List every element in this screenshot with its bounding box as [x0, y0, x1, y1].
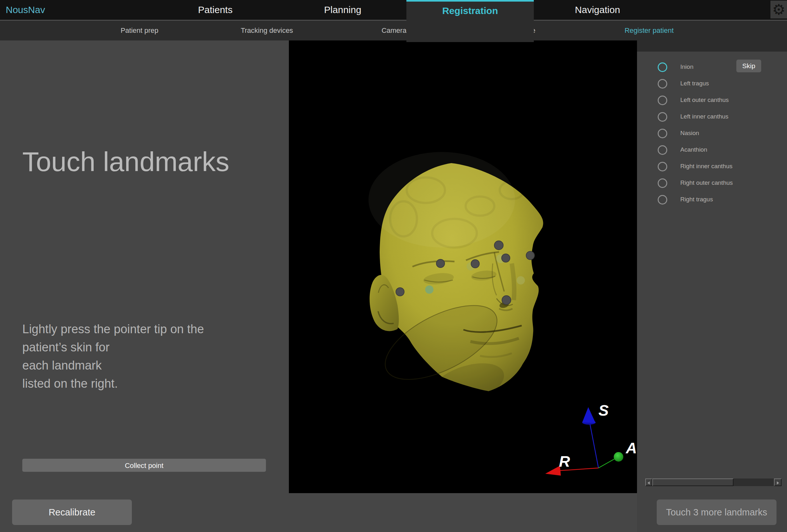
- axis-label-anterior: A: [625, 440, 637, 456]
- orientation-axes: S A R: [545, 402, 637, 475]
- scroll-left-icon: [647, 481, 650, 485]
- right-axis-arrow: [545, 466, 561, 475]
- nousnav-window: NousNav Patients Planning Registration N…: [0, 0, 787, 532]
- touched-landmark: [526, 251, 534, 260]
- scrollbar-thumb[interactable]: [652, 478, 733, 486]
- landmark-label: Left outer canthus: [680, 97, 729, 104]
- landmark-radio[interactable]: [658, 178, 667, 188]
- touched-landmark: [494, 241, 503, 250]
- step-patient-prep[interactable]: Patient prep: [76, 21, 203, 40]
- app-logo: NousNav: [6, 0, 45, 20]
- landmark-label: Right outer canthus: [680, 179, 733, 186]
- gear-icon: ⚙: [772, 1, 785, 18]
- step-register-patient[interactable]: Register patient: [586, 21, 713, 40]
- landmark-label: Right inner canthus: [680, 163, 732, 170]
- scrollbar-right-button[interactable]: [774, 478, 782, 486]
- anterior-axis-cone: [614, 452, 623, 462]
- touched-landmark: [436, 259, 445, 268]
- model-landmark-green: [425, 285, 433, 294]
- tab-patients[interactable]: Patients: [152, 0, 279, 20]
- landmark-radio[interactable]: [658, 79, 667, 89]
- settings-button[interactable]: ⚙: [770, 1, 787, 19]
- landmark-radio[interactable]: [658, 62, 667, 72]
- touch-more-landmarks-button[interactable]: Touch 3 more landmarks: [657, 499, 777, 525]
- landmark-radio[interactable]: [658, 112, 667, 122]
- landmark-row[interactable]: Left tragus: [658, 79, 763, 89]
- landmark-row[interactable]: Right outer canthus: [658, 178, 763, 189]
- instructions-text: Lightly press the pointer tip on the pat…: [22, 320, 264, 393]
- model-landmark-faint: [517, 276, 525, 284]
- skip-button[interactable]: Skip: [736, 60, 761, 72]
- landmark-row[interactable]: Left outer canthus: [658, 95, 763, 106]
- head-model: [368, 152, 543, 414]
- landmark-radio[interactable]: [658, 162, 667, 171]
- registration-step-bar: Patient prep Tracking devices Camera Cal…: [0, 21, 787, 40]
- landmark-label: Left tragus: [680, 80, 709, 87]
- scrollbar-left-button[interactable]: [645, 478, 652, 486]
- landmark-radio[interactable]: [658, 195, 667, 205]
- 3d-viewport[interactable]: S A R: [289, 40, 637, 493]
- landmark-row[interactable]: Right tragus: [658, 195, 763, 205]
- scroll-right-icon: [777, 481, 779, 485]
- viewport-hscrollbar: [645, 478, 782, 486]
- landmark-row[interactable]: Nasion: [658, 129, 763, 139]
- landmark-radio[interactable]: [658, 129, 667, 138]
- touched-landmark: [396, 288, 404, 296]
- landmark-row[interactable]: Right inner canthus: [658, 162, 763, 172]
- landmark-row[interactable]: Acanthion: [658, 145, 763, 155]
- touched-landmark: [502, 296, 511, 304]
- landmark-label: Inion: [680, 63, 693, 70]
- step-tracking-devices[interactable]: Tracking devices: [203, 21, 331, 40]
- topbar-divider: [0, 20, 787, 21]
- head-model-render: S A R: [289, 40, 637, 493]
- landmark-label: Left inner canthus: [680, 113, 728, 120]
- tab-registration[interactable]: Registration: [406, 0, 534, 42]
- landmark-label: Nasion: [680, 130, 699, 137]
- axis-label-superior: S: [598, 402, 609, 419]
- tab-navigation[interactable]: Navigation: [534, 0, 661, 20]
- landmark-row[interactable]: Left inner canthus: [658, 112, 763, 122]
- touched-landmark: [471, 260, 479, 268]
- axis-label-right: R: [559, 453, 570, 470]
- landmark-radio[interactable]: [658, 95, 667, 105]
- recalibrate-button[interactable]: Recalibrate: [12, 499, 132, 525]
- landmark-panel-top-strip: [637, 40, 787, 51]
- landmark-label: Acanthion: [680, 146, 707, 153]
- collect-point-button[interactable]: Collect point: [22, 459, 266, 472]
- page-title: Touch landmarks: [22, 144, 229, 179]
- landmark-radio[interactable]: [658, 145, 667, 155]
- superior-axis-cone: [582, 407, 596, 423]
- touched-landmark: [502, 254, 510, 262]
- landmark-label: Right tragus: [680, 196, 713, 203]
- tab-planning[interactable]: Planning: [279, 0, 406, 20]
